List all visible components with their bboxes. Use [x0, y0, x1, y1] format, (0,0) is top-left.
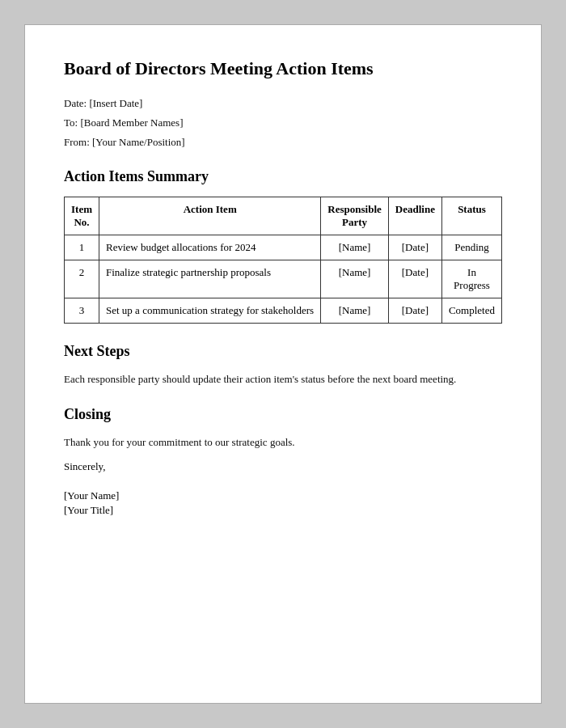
to-line: To: [Board Member Names] [64, 116, 502, 129]
col-header-status: Status [441, 197, 501, 235]
sincerely-line: Sincerely, [64, 460, 502, 473]
action-items-table: Item No. Action Item Responsible Party D… [64, 197, 502, 324]
row-deadline: [Date] [388, 298, 441, 323]
row-status: Completed [441, 298, 501, 323]
table-row: 3Set up a communication strategy for sta… [65, 298, 502, 323]
row-action: Review budget allocations for 2024 [99, 235, 321, 260]
row-action: Set up a communication strategy for stak… [99, 298, 321, 323]
your-title-line: [Your Title] [64, 504, 502, 517]
col-header-deadline: Deadline [388, 197, 441, 235]
row-deadline: [Date] [388, 235, 441, 260]
row-responsible-party: [Name] [321, 235, 388, 260]
row-responsible-party: [Name] [321, 298, 388, 323]
row-responsible-party: [Name] [321, 260, 388, 298]
your-name-line: [Your Name] [64, 489, 502, 502]
from-line: From: [Your Name/Position] [64, 136, 502, 149]
next-steps-text: Each responsible party should update the… [64, 371, 502, 387]
closing-text: Thank you for your commitment to our str… [64, 434, 502, 451]
row-status: In Progress [441, 260, 501, 298]
col-header-item-no: Item No. [65, 197, 99, 235]
next-steps-heading: Next Steps [64, 343, 502, 360]
row-status: Pending [441, 235, 501, 260]
date-line: Date: [Insert Date] [64, 97, 502, 110]
closing-heading: Closing [64, 406, 502, 423]
row-action: Finalize strategic partnership proposals [99, 260, 321, 298]
row-num: 3 [65, 298, 99, 323]
table-row: 2Finalize strategic partnership proposal… [65, 260, 502, 298]
col-header-responsible: Responsible Party [321, 197, 388, 235]
row-num: 2 [65, 260, 99, 298]
summary-heading: Action Items Summary [64, 168, 502, 185]
row-deadline: [Date] [388, 260, 441, 298]
table-row: 1Review budget allocations for 2024[Name… [65, 235, 502, 260]
row-num: 1 [65, 235, 99, 260]
col-header-action-item: Action Item [99, 197, 321, 235]
document-title: Board of Directors Meeting Action Items [64, 57, 502, 81]
signature-block: Sincerely, [Your Name] [Your Title] [64, 460, 502, 517]
document-page: Board of Directors Meeting Action Items … [24, 24, 542, 704]
